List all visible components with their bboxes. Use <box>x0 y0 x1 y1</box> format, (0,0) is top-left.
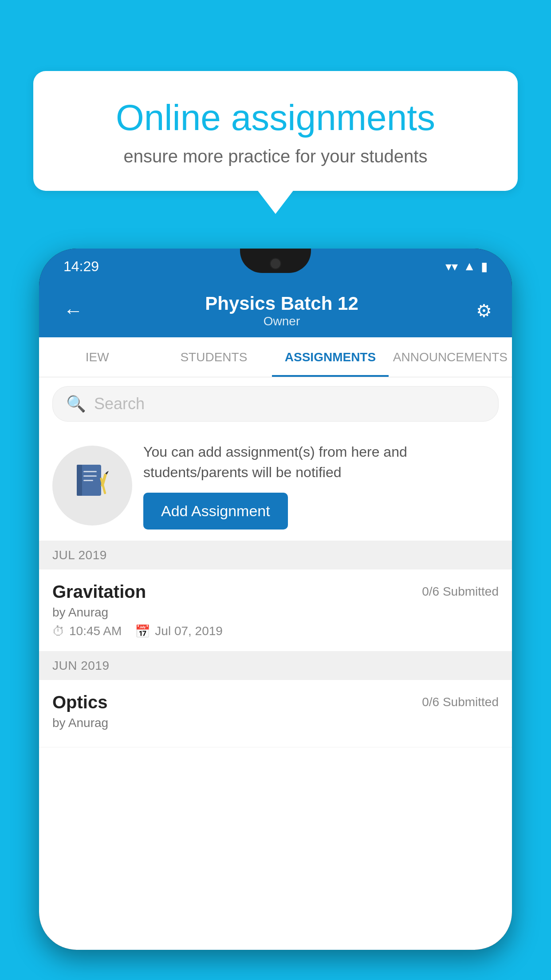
svg-marker-7 <box>105 471 109 474</box>
tab-students[interactable]: STUDENTS <box>156 337 272 377</box>
speech-bubble: Online assignments ensure more practice … <box>33 71 518 191</box>
wifi-icon: ▾▾ <box>445 259 458 274</box>
screen-content: 🔍 Search <box>39 377 512 950</box>
back-button[interactable]: ← <box>59 295 87 326</box>
assignment-item-header: Gravitation 0/6 Submitted <box>52 582 499 602</box>
assignment-author: by Anurag <box>52 605 499 620</box>
svg-rect-2 <box>83 471 97 472</box>
header-subtitle: Owner <box>87 314 476 328</box>
search-container: 🔍 Search <box>39 377 512 431</box>
svg-rect-3 <box>83 475 97 477</box>
submitted-count-optics: 0/6 Submitted <box>422 695 499 709</box>
assignment-name-optics: Optics <box>52 692 107 712</box>
search-bar[interactable]: 🔍 Search <box>52 386 499 422</box>
phone-wrapper: 14:29 ▾▾ ▲ ▮ ← Physics Batch 12 Owner ⚙ … <box>39 249 512 980</box>
phone-frame: 14:29 ▾▾ ▲ ▮ ← Physics Batch 12 Owner ⚙ … <box>39 249 512 950</box>
assignment-item-header-optics: Optics 0/6 Submitted <box>52 692 499 712</box>
assignment-name: Gravitation <box>52 582 146 602</box>
speech-bubble-title: Online assignments <box>64 98 487 138</box>
battery-icon: ▮ <box>481 259 488 274</box>
section-header-jun: JUN 2019 <box>39 652 512 680</box>
notebook-icon <box>72 461 112 510</box>
svg-rect-1 <box>77 465 82 496</box>
settings-button[interactable]: ⚙ <box>476 300 492 321</box>
assignment-date: Jul 07, 2019 <box>155 624 223 638</box>
header-center: Physics Batch 12 Owner <box>87 293 476 328</box>
meta-date: 📅 Jul 07, 2019 <box>135 624 223 639</box>
header-title: Physics Batch 12 <box>87 293 476 314</box>
status-icons: ▾▾ ▲ ▮ <box>445 259 488 274</box>
calendar-icon: 📅 <box>135 624 150 639</box>
search-placeholder: Search <box>94 395 145 413</box>
section-header-jul: JUL 2019 <box>39 541 512 569</box>
svg-rect-4 <box>83 480 93 481</box>
tab-announcements[interactable]: ANNOUNCEMENTS <box>389 337 512 377</box>
promo-icon-circle <box>52 446 132 526</box>
tabs-bar: IEW STUDENTS ASSIGNMENTS ANNOUNCEMENTS <box>39 337 512 377</box>
assignment-time: 10:45 AM <box>69 624 122 638</box>
promo-content: You can add assignment(s) from here and … <box>143 442 499 530</box>
phone-notch <box>240 249 311 273</box>
speech-bubble-container: Online assignments ensure more practice … <box>33 71 518 191</box>
tab-assignments[interactable]: ASSIGNMENTS <box>272 337 389 377</box>
submitted-count: 0/6 Submitted <box>422 585 499 599</box>
search-icon: 🔍 <box>66 395 86 413</box>
assignment-meta: ⏱ 10:45 AM 📅 Jul 07, 2019 <box>52 624 499 639</box>
clock-icon: ⏱ <box>52 624 65 639</box>
meta-time: ⏱ 10:45 AM <box>52 624 122 639</box>
assignment-item-optics[interactable]: Optics 0/6 Submitted by Anurag <box>39 680 512 747</box>
status-time: 14:29 <box>63 258 99 275</box>
add-assignment-button[interactable]: Add Assignment <box>143 493 288 530</box>
front-camera <box>270 258 281 269</box>
assignment-item-gravitation[interactable]: Gravitation 0/6 Submitted by Anurag ⏱ 10… <box>39 569 512 652</box>
assignment-author-optics: by Anurag <box>52 716 499 730</box>
signal-icon: ▲ <box>463 259 476 273</box>
promo-text: You can add assignment(s) from here and … <box>143 442 499 483</box>
assignment-promo: You can add assignment(s) from here and … <box>39 431 512 541</box>
app-header: ← Physics Batch 12 Owner ⚙ <box>39 284 512 337</box>
tab-iew[interactable]: IEW <box>39 337 156 377</box>
speech-bubble-subtitle: ensure more practice for your students <box>64 146 487 166</box>
